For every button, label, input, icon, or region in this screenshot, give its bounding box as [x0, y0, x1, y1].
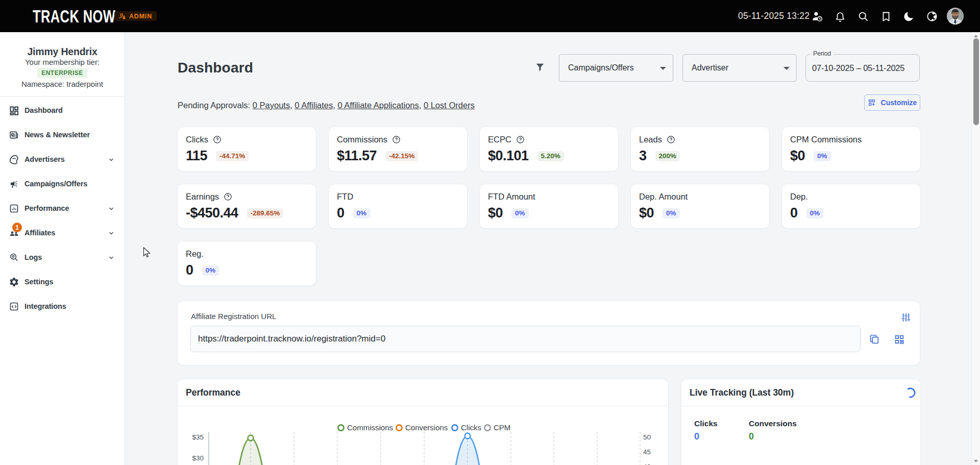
svg-text:45: 45: [643, 448, 651, 456]
svg-text:Conversions: Conversions: [405, 423, 448, 432]
svg-text:CPM: CPM: [494, 423, 510, 432]
svg-text:Clicks: Clicks: [461, 423, 481, 432]
svg-text:Commissions: Commissions: [347, 423, 393, 432]
svg-text:$30: $30: [192, 454, 204, 462]
svg-text:50: 50: [643, 433, 651, 441]
svg-text:$35: $35: [192, 433, 204, 441]
svg-text:40: 40: [643, 463, 651, 465]
